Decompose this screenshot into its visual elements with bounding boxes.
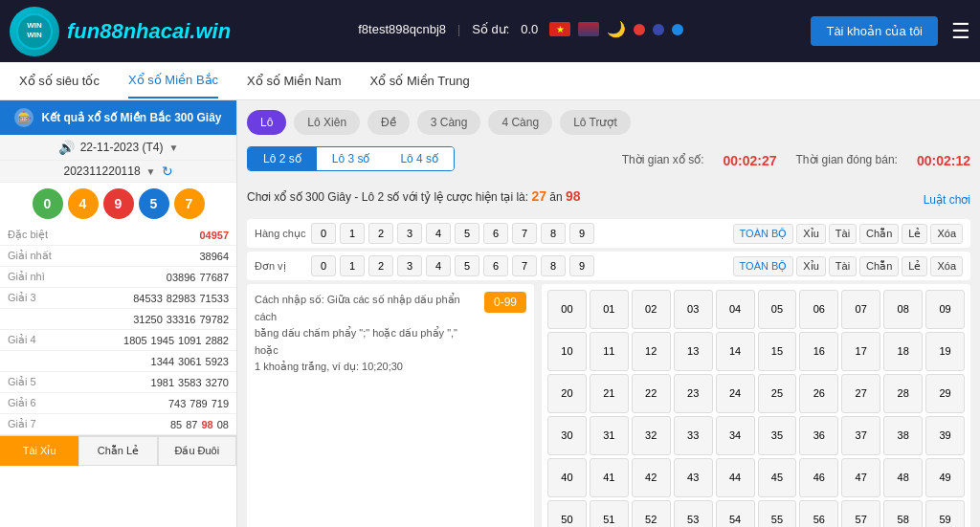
grid-num-08[interactable]: 08 — [883, 290, 923, 329]
grid-num-30[interactable]: 30 — [547, 416, 587, 455]
tab-de[interactable]: Đề — [368, 110, 410, 135]
grid-num-18[interactable]: 18 — [883, 332, 923, 371]
grid-num-10[interactable]: 10 — [547, 332, 587, 371]
grid-num-03[interactable]: 03 — [674, 290, 713, 329]
grid-num-13[interactable]: 13 — [674, 332, 713, 371]
hc-btn-1[interactable]: 1 — [340, 223, 365, 244]
hc-btn-0[interactable]: 0 — [311, 223, 336, 244]
dv-btn-5[interactable]: 5 — [455, 255, 479, 276]
grid-num-23[interactable]: 23 — [674, 374, 713, 413]
grid-num-27[interactable]: 27 — [841, 374, 880, 413]
grid-num-33[interactable]: 33 — [674, 416, 713, 455]
dv-le[interactable]: Lẻ — [902, 256, 927, 276]
grid-num-42[interactable]: 42 — [632, 458, 671, 497]
grid-num-53[interactable]: 53 — [674, 500, 713, 527]
grid-num-46[interactable]: 46 — [799, 458, 838, 497]
date-dropdown[interactable]: ▼ — [168, 143, 178, 153]
grid-num-48[interactable]: 48 — [883, 458, 923, 497]
grid-num-19[interactable]: 19 — [925, 332, 965, 371]
hc-tai[interactable]: Tài — [829, 224, 857, 244]
input-badge[interactable]: 0-99 — [484, 292, 526, 313]
tab-lo[interactable]: Lô — [247, 110, 286, 135]
nav-mien-bac[interactable]: Xổ số Miền Bắc — [128, 63, 218, 99]
grid-num-22[interactable]: 22 — [632, 374, 671, 413]
dv-btn-8[interactable]: 8 — [541, 255, 566, 276]
sub-tab-lo-4[interactable]: Lô 4 số — [385, 147, 454, 170]
grid-num-56[interactable]: 56 — [799, 500, 838, 527]
grid-num-49[interactable]: 49 — [925, 458, 965, 497]
dv-chan[interactable]: Chẵn — [859, 256, 899, 276]
dv-btn-3[interactable]: 3 — [397, 255, 422, 276]
hc-btn-5[interactable]: 5 — [455, 223, 479, 244]
grid-num-35[interactable]: 35 — [758, 416, 797, 455]
hc-toan-bo[interactable]: TOÀN BỘ — [733, 224, 794, 244]
grid-num-00[interactable]: 00 — [547, 290, 587, 329]
grid-num-51[interactable]: 51 — [590, 500, 629, 527]
grid-num-14[interactable]: 14 — [716, 332, 755, 371]
grid-num-01[interactable]: 01 — [590, 290, 629, 329]
dv-btn-6[interactable]: 6 — [483, 255, 508, 276]
grid-num-07[interactable]: 07 — [841, 290, 880, 329]
grid-num-06[interactable]: 06 — [799, 290, 838, 329]
grid-num-11[interactable]: 11 — [590, 332, 629, 371]
grid-num-57[interactable]: 57 — [841, 500, 880, 527]
grid-num-34[interactable]: 34 — [716, 416, 755, 455]
tab-3-cang[interactable]: 3 Càng — [417, 110, 481, 135]
hc-btn-4[interactable]: 4 — [426, 223, 451, 244]
grid-num-58[interactable]: 58 — [883, 500, 923, 527]
sub-tab-lo-2[interactable]: Lô 2 số — [248, 147, 317, 170]
code-dropdown[interactable]: ▼ — [146, 166, 156, 177]
grid-num-02[interactable]: 02 — [632, 290, 671, 329]
tab-chan-le[interactable]: Chẵn Lẻ — [78, 436, 157, 466]
hc-btn-3[interactable]: 3 — [397, 223, 422, 244]
grid-num-55[interactable]: 55 — [758, 500, 797, 527]
nav-mien-trung[interactable]: Xổ số Miền Trung — [370, 64, 470, 98]
grid-num-26[interactable]: 26 — [799, 374, 838, 413]
hc-btn-8[interactable]: 8 — [541, 223, 566, 244]
hc-chan[interactable]: Chẵn — [859, 224, 899, 244]
hc-btn-7[interactable]: 7 — [512, 223, 537, 244]
hc-btn-2[interactable]: 2 — [368, 223, 393, 244]
grid-num-15[interactable]: 15 — [758, 332, 797, 371]
grid-num-09[interactable]: 09 — [925, 290, 965, 329]
grid-num-45[interactable]: 45 — [758, 458, 797, 497]
grid-num-05[interactable]: 05 — [758, 290, 797, 329]
tab-4-cang[interactable]: 4 Càng — [488, 110, 552, 135]
grid-num-28[interactable]: 28 — [883, 374, 923, 413]
grid-num-38[interactable]: 38 — [883, 416, 923, 455]
grid-num-25[interactable]: 25 — [758, 374, 797, 413]
luat-choi-link[interactable]: Luật chơi — [924, 193, 970, 207]
grid-num-32[interactable]: 32 — [632, 416, 671, 455]
grid-num-21[interactable]: 21 — [590, 374, 629, 413]
grid-num-59[interactable]: 59 — [925, 500, 965, 527]
hc-xiu[interactable]: Xỉu — [796, 224, 825, 244]
grid-num-16[interactable]: 16 — [799, 332, 838, 371]
dv-btn-9[interactable]: 9 — [569, 255, 594, 276]
grid-num-50[interactable]: 50 — [547, 500, 587, 527]
grid-num-40[interactable]: 40 — [547, 458, 587, 497]
grid-num-36[interactable]: 36 — [799, 416, 838, 455]
dv-btn-2[interactable]: 2 — [368, 255, 393, 276]
refresh-icon[interactable]: ↻ — [162, 164, 173, 179]
dv-btn-0[interactable]: 0 — [311, 255, 336, 276]
tab-tai-xiu[interactable]: Tài Xỉu — [0, 436, 78, 466]
hc-btn-6[interactable]: 6 — [483, 223, 508, 244]
tab-dau-duoi[interactable]: Đầu Đuôi — [158, 436, 236, 466]
grid-num-44[interactable]: 44 — [716, 458, 755, 497]
nav-sieu-toc[interactable]: Xổ số siêu tốc — [19, 64, 100, 98]
dv-btn-4[interactable]: 4 — [426, 255, 451, 276]
sub-tab-lo-3[interactable]: Lô 3 số — [317, 147, 386, 170]
grid-num-47[interactable]: 47 — [841, 458, 880, 497]
account-button[interactable]: Tài khoản của tôi — [811, 16, 938, 46]
grid-num-29[interactable]: 29 — [925, 374, 965, 413]
dv-toan-bo[interactable]: TOÀN BỘ — [733, 256, 794, 276]
grid-num-43[interactable]: 43 — [674, 458, 713, 497]
grid-num-04[interactable]: 04 — [716, 290, 755, 329]
hc-xoa[interactable]: Xóa — [930, 224, 963, 244]
tab-lo-xien[interactable]: Lô Xiên — [294, 110, 360, 135]
grid-num-31[interactable]: 31 — [590, 416, 629, 455]
grid-num-41[interactable]: 41 — [590, 458, 629, 497]
grid-num-54[interactable]: 54 — [716, 500, 755, 527]
dv-btn-7[interactable]: 7 — [512, 255, 537, 276]
grid-num-12[interactable]: 12 — [632, 332, 671, 371]
